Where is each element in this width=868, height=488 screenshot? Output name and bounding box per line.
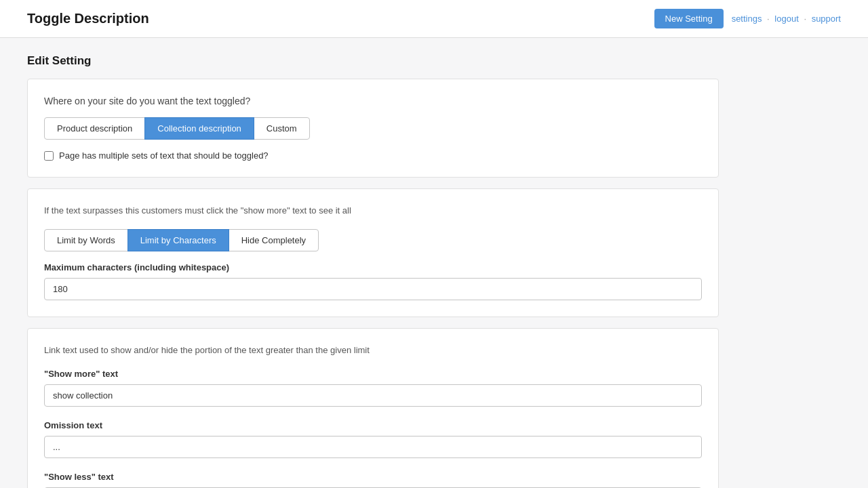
show-less-label: "Show less" text — [44, 472, 702, 482]
max-characters-label: Maximum characters (including whitespace… — [44, 262, 702, 272]
omission-field: Omission text — [44, 420, 702, 458]
settings-link[interactable]: settings — [732, 14, 762, 24]
card2-tab-group: Limit by Words Limit by Characters Hide … — [44, 229, 702, 251]
card-toggle-location: Where on your site do you want the text … — [27, 79, 719, 178]
page-title: Toggle Description — [27, 11, 149, 26]
tab-limit-by-characters[interactable]: Limit by Characters — [127, 229, 229, 251]
page-subtitle: Edit Setting — [27, 54, 719, 68]
dot1: · — [767, 14, 770, 24]
top-bar-right: New Setting settings · logout · support — [654, 9, 841, 28]
omission-label: Omission text — [44, 420, 702, 430]
max-characters-input[interactable] — [44, 278, 702, 300]
dot2: · — [804, 14, 806, 24]
tab-product-description[interactable]: Product description — [44, 117, 145, 140]
tab-custom[interactable]: Custom — [254, 117, 310, 140]
card-link-text: Link text used to show and/or hide the p… — [27, 328, 719, 488]
tab-collection-description[interactable]: Collection description — [144, 117, 254, 140]
omission-input[interactable] — [44, 436, 702, 458]
show-more-input[interactable] — [44, 384, 702, 407]
card1-checkbox-row: Page has multiple sets of text that shou… — [44, 150, 702, 161]
card-limit-type: If the text surpasses this customers mus… — [27, 188, 719, 317]
show-less-field: "Show less" text — [44, 472, 702, 488]
card2-description: If the text surpasses this customers mus… — [44, 205, 702, 216]
max-characters-field: Maximum characters (including whitespace… — [44, 262, 702, 300]
top-bar: Toggle Description New Setting settings … — [0, 0, 868, 38]
card1-question: Where on your site do you want the text … — [44, 96, 702, 106]
multiple-sets-checkbox[interactable] — [44, 151, 54, 161]
show-more-label: "Show more" text — [44, 369, 702, 379]
logout-link[interactable]: logout — [774, 14, 798, 24]
tab-hide-completely[interactable]: Hide Completely — [229, 229, 319, 251]
card3-description: Link text used to show and/or hide the p… — [44, 345, 702, 355]
new-setting-button[interactable]: New Setting — [654, 9, 724, 28]
top-links: settings · logout · support — [732, 14, 841, 24]
multiple-sets-label: Page has multiple sets of text that shou… — [59, 150, 269, 161]
card1-tab-group: Product description Collection descripti… — [44, 117, 702, 140]
support-link[interactable]: support — [812, 14, 841, 24]
show-more-field: "Show more" text — [44, 369, 702, 407]
page-content: Edit Setting Where on your site do you w… — [0, 38, 746, 488]
tab-limit-by-words[interactable]: Limit by Words — [44, 229, 128, 251]
